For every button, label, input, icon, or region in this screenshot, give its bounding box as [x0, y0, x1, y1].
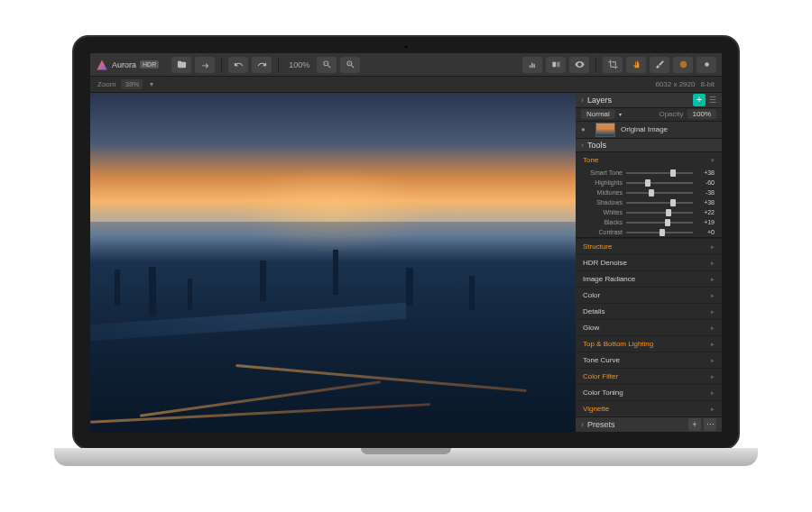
- export-button[interactable]: [195, 57, 215, 73]
- svg-rect-2: [531, 63, 532, 69]
- slider-thumb[interactable]: [670, 169, 676, 177]
- right-sidebar: › Layers + ☰ Normal ▾ Opacity 100% ●: [576, 93, 722, 432]
- svg-rect-1: [529, 65, 530, 68]
- section-label: Top & Bottom Lighting: [583, 340, 653, 348]
- main-toolbar: Aurora HDR 100%: [90, 53, 722, 77]
- image-canvas[interactable]: [90, 93, 576, 432]
- tool-section[interactable]: Tone Curve▸: [576, 352, 722, 368]
- zoom-in-button[interactable]: [340, 57, 360, 73]
- app-badge: HDR: [140, 60, 159, 69]
- zoom-select[interactable]: 38%: [121, 79, 143, 89]
- tool-section[interactable]: Color Filter▸: [576, 368, 722, 384]
- compare-icon: [551, 59, 561, 69]
- laptop-base: [54, 448, 758, 466]
- chevron-icon: ▸: [711, 292, 715, 299]
- slider-label: Smart Tone: [583, 169, 623, 176]
- slider-thumb[interactable]: [666, 209, 671, 216]
- svg-marker-0: [97, 59, 106, 69]
- slider-row: Blacks +19: [576, 217, 722, 227]
- logo-icon: [96, 59, 108, 71]
- slider-value: +38: [697, 169, 715, 176]
- slider-thumb[interactable]: [645, 179, 651, 187]
- slider-row: Midtones -38: [576, 187, 722, 197]
- presets-title: Presets: [587, 420, 615, 429]
- redo-icon: [257, 59, 267, 69]
- histogram-button[interactable]: [522, 57, 542, 73]
- section-label: HDR Denoise: [583, 259, 627, 267]
- tool-section[interactable]: HDR Denoise▸: [576, 254, 722, 270]
- crop-button[interactable]: [603, 57, 623, 73]
- svg-rect-4: [552, 62, 556, 68]
- redo-button[interactable]: [252, 57, 272, 73]
- chevron-icon: ▸: [711, 260, 715, 267]
- histogram-icon: [528, 59, 538, 69]
- visibility-icon[interactable]: ●: [581, 125, 590, 133]
- tone-title[interactable]: Tone ▾: [576, 152, 722, 168]
- undo-icon: [234, 59, 244, 69]
- svg-rect-5: [556, 62, 559, 68]
- chevron-icon: ▸: [711, 373, 715, 380]
- tool-section[interactable]: Vignette▸: [576, 400, 722, 416]
- luminosity-button[interactable]: [697, 57, 716, 73]
- slider-thumb[interactable]: [649, 189, 654, 197]
- opacity-value[interactable]: 100%: [687, 109, 716, 119]
- slider-track[interactable]: [626, 202, 693, 204]
- slider-value: -60: [697, 179, 715, 186]
- compare-button[interactable]: [546, 57, 566, 73]
- tool-section[interactable]: Color▸: [576, 287, 722, 303]
- tool-section[interactable]: Image Radiance▸: [576, 270, 722, 287]
- zoom-fit-label[interactable]: 100%: [285, 60, 313, 69]
- blend-mode-select[interactable]: Normal: [581, 109, 615, 119]
- section-label: Color Filter: [583, 372, 618, 380]
- slider-track[interactable]: [626, 172, 693, 174]
- presets-bar: › Presets + ⋯: [576, 416, 722, 432]
- bit-depth: 8-bit: [700, 80, 715, 88]
- preview-button[interactable]: [569, 57, 589, 73]
- chevron-icon: ▸: [711, 308, 715, 315]
- layer-options: Normal ▾ Opacity 100%: [576, 108, 722, 122]
- slider-value: +0: [697, 229, 715, 235]
- slider-track[interactable]: [626, 192, 693, 194]
- zoom-out-button[interactable]: [317, 57, 337, 73]
- preset-menu-button[interactable]: ⋯: [704, 418, 716, 431]
- tool-section[interactable]: Structure▸: [576, 238, 722, 254]
- slider-label: Highlights: [583, 179, 623, 186]
- section-label: Glow: [583, 324, 599, 332]
- slider-label: Whites: [583, 209, 623, 215]
- slider-row: Smart Tone +38: [576, 168, 722, 178]
- section-label: Vignette: [583, 405, 609, 413]
- slider-track[interactable]: [626, 212, 693, 214]
- chevron-icon: ▸: [711, 325, 715, 332]
- slider-track[interactable]: [626, 222, 693, 224]
- tool-section[interactable]: Color Toning▸: [576, 384, 722, 400]
- slider-label: Contrast: [583, 229, 623, 235]
- layer-item[interactable]: ● Original Image: [576, 122, 722, 140]
- slider-value: -38: [697, 189, 715, 196]
- brush-button[interactable]: [650, 57, 669, 73]
- slider-thumb[interactable]: [660, 229, 665, 236]
- tool-section[interactable]: Details▸: [576, 303, 722, 319]
- zoom-out-icon: [322, 59, 332, 69]
- undo-button[interactable]: [228, 57, 248, 73]
- gradient-button[interactable]: [673, 57, 693, 73]
- slider-track[interactable]: [626, 232, 693, 233]
- slider-thumb[interactable]: [670, 199, 676, 206]
- add-layer-button[interactable]: +: [693, 94, 706, 106]
- app-name: Aurora: [112, 60, 136, 69]
- app-logo: Aurora HDR: [96, 59, 159, 71]
- slider-thumb[interactable]: [665, 219, 670, 226]
- hand-button[interactable]: [626, 57, 646, 73]
- zoom-label: Zoom: [97, 80, 115, 88]
- slider-track[interactable]: [626, 182, 693, 184]
- hand-icon: [632, 59, 641, 69]
- section-label: Color: [583, 291, 600, 299]
- tool-section[interactable]: Glow▸: [576, 319, 722, 335]
- open-button[interactable]: [171, 57, 191, 73]
- svg-rect-3: [533, 64, 534, 68]
- chevron-icon: ▸: [711, 341, 715, 348]
- tool-section[interactable]: Top & Bottom Lighting▸: [576, 335, 722, 352]
- add-preset-button[interactable]: +: [688, 418, 701, 431]
- svg-point-7: [705, 62, 709, 67]
- share-icon: [200, 59, 210, 69]
- layers-menu-button[interactable]: ☰: [709, 96, 716, 105]
